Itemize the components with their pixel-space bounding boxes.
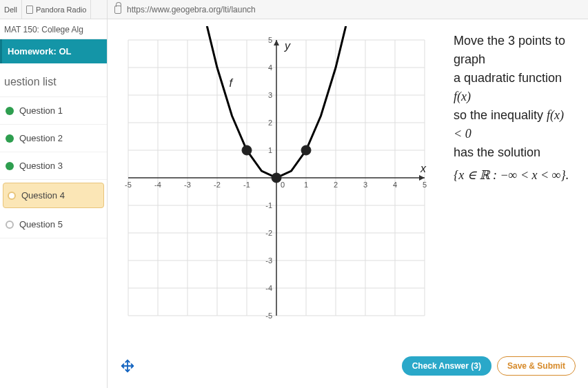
svg-text:-1: -1 [243,181,250,189]
svg-text:5: 5 [268,36,272,44]
browser-tabs: Dell Pandora Radio [0,0,107,19]
question-label: Question 1 [19,105,63,116]
svg-text:4: 4 [393,181,397,189]
coordinate-graph[interactable]: -5-4-3-2-1012345-5-4-3-2-112345xyf [114,26,438,329]
status-dot-todo-icon [6,221,14,229]
tab-label: Pandora Radio [36,6,86,14]
svg-text:-5: -5 [125,181,132,189]
svg-text:-4: -4 [154,181,161,189]
move-tool-icon[interactable] [120,358,135,374]
svg-text:-2: -2 [214,181,221,189]
save-submit-button[interactable]: Save & Submit [497,356,576,376]
control-point-1[interactable] [242,145,252,155]
question-label: Question 2 [19,133,63,143]
svg-text:f: f [230,77,234,89]
svg-text:3: 3 [363,181,367,189]
question-label: Question 4 [21,190,65,201]
status-dot-complete-icon [6,107,14,115]
svg-text:-1: -1 [265,201,272,210]
question-item-2[interactable]: Question 2 [0,125,107,152]
homework-label: Homework: OL [8,46,71,57]
svg-text:x: x [420,163,427,174]
svg-text:-3: -3 [184,181,191,189]
svg-text:-5: -5 [265,312,272,320]
prompt-solution: {x ∈ ℝ : −∞ < x < ∞}. [454,166,571,185]
control-point-3[interactable] [301,145,311,155]
tab-label: Dell [4,6,17,14]
svg-text:4: 4 [268,63,272,72]
graph-panel[interactable]: -5-4-3-2-1012345-5-4-3-2-112345xyf [114,26,438,349]
question-item-5[interactable]: Question 5 [0,211,107,238]
address-bar[interactable]: https://www.geogebra.org/lti/launch [108,0,588,19]
question-list-title: uestion list [0,63,107,97]
status-dot-partial-icon [6,162,14,170]
svg-text:-3: -3 [265,256,272,265]
question-label: Question 3 [19,161,63,171]
tab-pandora[interactable]: Pandora Radio [22,0,91,19]
lock-icon [114,6,121,14]
check-answer-button[interactable]: Check Answer (3) [402,356,491,376]
question-item-3[interactable]: Question 3 [0,152,107,180]
svg-text:-2: -2 [265,229,272,237]
question-label: Question 5 [19,219,63,229]
course-title: MAT 150: College Alg [0,19,107,39]
svg-text:5: 5 [423,181,427,189]
url-text: https://www.geogebra.org/lti/launch [127,5,256,14]
svg-text:2: 2 [268,119,272,127]
prompt-line: has the solution [454,143,571,162]
footer-bar: Check Answer (3) Save & Submit [108,349,588,388]
tab-dell[interactable]: Dell [0,0,22,19]
svg-text:0: 0 [281,181,285,189]
question-item-4[interactable]: Question 4 [3,183,104,208]
svg-text:-4: -4 [265,284,272,292]
prompt-line: a quadratic function f(x) [454,69,571,106]
svg-text:2: 2 [334,181,338,189]
main-area: https://www.geogebra.org/lti/launch -5-4… [108,0,588,388]
svg-text:1: 1 [268,146,272,154]
control-point-2[interactable] [272,173,281,183]
prompt-line: so the inequality f(x) < 0 [454,106,571,143]
prompt-line: Move the 3 points to graph [454,32,571,69]
prompt-text: Move the 3 points to graph a quadratic f… [438,26,581,349]
svg-text:1: 1 [304,181,308,189]
status-dot-complete-icon [6,134,14,143]
status-dot-current-icon [8,192,16,200]
sidebar: Dell Pandora Radio MAT 150: College Alg … [0,0,108,388]
homework-header[interactable]: Homework: OL [0,39,107,63]
question-item-1[interactable]: Question 1 [0,97,107,125]
page-icon [26,6,33,14]
svg-text:3: 3 [268,91,272,99]
svg-text:y: y [284,40,291,52]
